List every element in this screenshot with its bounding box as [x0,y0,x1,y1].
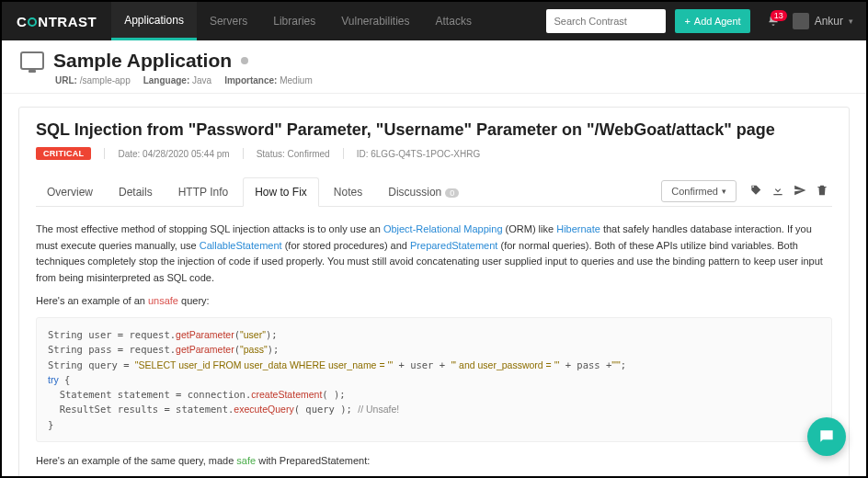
app-title: Sample Application [53,50,232,72]
nav-vulnerabilities[interactable]: Vulnerabilities [328,2,422,40]
download-icon[interactable] [771,184,784,199]
caret-down-icon: ▾ [722,187,726,196]
user-name: Ankur [815,15,843,28]
discussion-count: 0 [445,188,459,198]
app-status-dot-icon [241,57,248,64]
tab-notes[interactable]: Notes [323,178,373,206]
trash-icon[interactable] [816,184,828,199]
brand-left: C [17,14,27,29]
tab-details[interactable]: Details [108,178,164,206]
plus-icon: + [684,16,690,27]
unsafe-label: unsafe [148,295,178,306]
search-input[interactable] [546,9,666,33]
nav-attacks[interactable]: Attacks [423,2,485,40]
notifications-button[interactable]: 13 [760,14,787,29]
severity-badge: CRITICAL [36,147,91,160]
link-callablestatement[interactable]: CallableStatement [200,240,282,251]
app-header: Sample Application URL: /sample-app Lang… [2,40,866,94]
nav-servers[interactable]: Servers [197,2,260,40]
link-preparedstatement[interactable]: PreparedStatement [410,240,497,251]
brand-o-icon [28,17,37,27]
chat-icon [817,427,836,446]
nav-libraries[interactable]: Libraries [260,2,328,40]
link-orm[interactable]: Object-Relational Mapping [383,223,503,234]
code-unsafe: String user = request.getParameter("user… [36,317,832,442]
vulnerability-card: SQL Injection from "Password" Parameter,… [18,107,850,476]
caret-down-icon: ▾ [849,17,853,26]
vuln-title: SQL Injection from "Password" Parameter,… [36,120,832,140]
add-agent-button[interactable]: +Add Agent [675,9,749,33]
fix-body: The most effective method of stopping SQ… [36,222,832,476]
tab-overview[interactable]: Overview [36,178,104,206]
vuln-meta: CRITICAL Date: 04/28/2020 05:44 pm Statu… [36,147,832,160]
user-menu[interactable]: Ankur ▾ [787,13,866,29]
avatar-icon [793,13,809,29]
nav-applications[interactable]: Applications [111,2,197,40]
tab-bar: Overview Details HTTP Info How to Fix No… [36,176,832,207]
tab-discussion[interactable]: Discussion0 [377,178,470,206]
notif-badge: 13 [771,10,787,21]
tab-how-to-fix[interactable]: How to Fix [243,177,319,207]
tag-icon[interactable] [749,184,762,199]
application-icon [20,51,44,70]
top-nav: CNTRAST Applications Servers Libraries V… [2,2,866,40]
status-dropdown[interactable]: Confirmed ▾ [661,180,737,202]
send-icon[interactable] [794,184,806,199]
brand-right: NTRAST [38,14,97,29]
tab-http-info[interactable]: HTTP Info [167,178,239,206]
brand-logo[interactable]: CNTRAST [2,2,111,40]
safe-label: safe [236,455,256,466]
link-hibernate[interactable]: Hibernate [556,223,600,234]
chat-fab[interactable] [807,417,846,456]
